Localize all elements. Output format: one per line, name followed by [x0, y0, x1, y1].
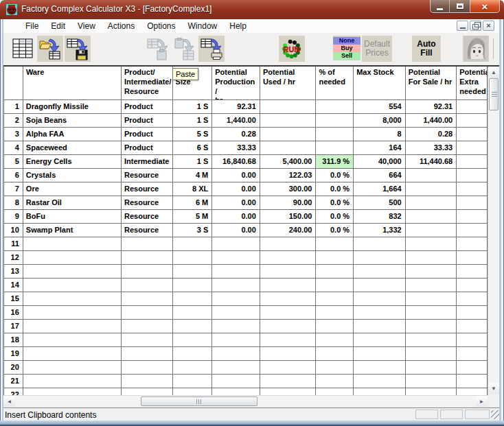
table-cell[interactable]: 150.00: [260, 210, 317, 224]
paste-button[interactable]: [172, 36, 198, 62]
table-cell[interactable]: 0.00: [212, 224, 260, 237]
vertical-scrollbar-down-button[interactable]: ▼: [488, 383, 499, 394]
copy-button[interactable]: [145, 36, 171, 62]
table-cell[interactable]: [212, 388, 260, 395]
table-cell[interactable]: [354, 306, 406, 320]
table-cell[interactable]: [316, 306, 354, 320]
table-cell[interactable]: [354, 320, 406, 333]
table-cell[interactable]: 11,440.68: [406, 155, 457, 169]
table-cell[interactable]: 0.0 %: [316, 196, 354, 210]
table-cell[interactable]: [173, 237, 213, 251]
table-cell[interactable]: [173, 306, 213, 320]
table-cell[interactable]: [212, 320, 260, 333]
table-cell[interactable]: 5 M: [173, 210, 213, 224]
table-cell[interactable]: [23, 251, 122, 265]
table-cell[interactable]: [260, 237, 317, 251]
table-cell[interactable]: [406, 251, 457, 265]
table-cell[interactable]: Swamp Plant: [23, 224, 122, 237]
table-cell[interactable]: [260, 100, 317, 114]
table-cell[interactable]: [406, 196, 457, 210]
table-cell[interactable]: 40,000: [354, 155, 406, 169]
table-cell[interactable]: [316, 347, 354, 361]
table-cell[interactable]: [212, 361, 260, 375]
table-cell[interactable]: [406, 361, 457, 375]
table-cell[interactable]: [354, 292, 406, 306]
table-cell[interactable]: 6 S: [173, 141, 213, 155]
table-cell[interactable]: [457, 141, 488, 155]
table-cell[interactable]: Alpha FAA: [23, 128, 122, 141]
table-cell[interactable]: [457, 361, 488, 375]
table-cell[interactable]: Soja Beans: [23, 114, 122, 128]
table-cell[interactable]: [406, 388, 457, 395]
table-cell[interactable]: [173, 388, 213, 395]
table-cell[interactable]: [316, 388, 354, 395]
table-cell[interactable]: Intermediate: [122, 155, 173, 169]
table-cell[interactable]: 1 S: [173, 114, 213, 128]
table-cell[interactable]: [212, 265, 260, 279]
table-cell[interactable]: [173, 265, 213, 279]
table-cell[interactable]: [354, 237, 406, 251]
table-cell[interactable]: [457, 279, 488, 292]
table-cell[interactable]: 33.33: [406, 141, 457, 155]
table-cell[interactable]: [122, 375, 173, 388]
vertical-scrollbar[interactable]: ▲ ▼: [488, 67, 499, 395]
table-cell[interactable]: [457, 182, 488, 196]
save-button[interactable]: [65, 36, 91, 62]
table-cell[interactable]: [23, 333, 122, 347]
table-cell[interactable]: [23, 237, 122, 251]
table-cell[interactable]: 6 M: [173, 196, 213, 210]
table-cell[interactable]: 92.31: [212, 100, 260, 114]
table-cell[interactable]: [457, 320, 488, 333]
table-cell[interactable]: [122, 306, 173, 320]
table-cell[interactable]: [406, 265, 457, 279]
table-cell[interactable]: [212, 347, 260, 361]
table-cell[interactable]: Dragonfly Missile: [23, 100, 122, 114]
table-cell[interactable]: [406, 182, 457, 196]
table-cell[interactable]: [316, 333, 354, 347]
table-cell[interactable]: Rastar Oil: [23, 196, 122, 210]
table-cell[interactable]: 240.00: [260, 224, 317, 237]
table-cell[interactable]: Product: [122, 141, 173, 155]
horizontal-scrollbar-thumb[interactable]: [141, 397, 257, 406]
portrait-button[interactable]: [463, 36, 489, 62]
table-cell[interactable]: [316, 141, 354, 155]
horizontal-scrollbar-left-button[interactable]: ◄: [3, 396, 15, 407]
table-cell[interactable]: 90.00: [260, 196, 317, 210]
table-cell[interactable]: 164: [354, 141, 406, 155]
table-cell[interactable]: [406, 320, 457, 333]
table-cell[interactable]: [23, 320, 122, 333]
table-cell[interactable]: [212, 375, 260, 388]
table-cell[interactable]: [457, 114, 488, 128]
table-cell[interactable]: [212, 279, 260, 292]
table-cell[interactable]: [260, 320, 317, 333]
table-cell[interactable]: [457, 292, 488, 306]
table-cell[interactable]: [260, 279, 317, 292]
table-cell[interactable]: 8,000: [354, 114, 406, 128]
table-cell[interactable]: [23, 306, 122, 320]
table-cell[interactable]: 33.33: [212, 141, 260, 155]
mdi-restore-button[interactable]: [470, 21, 481, 31]
table-cell[interactable]: [457, 251, 488, 265]
table-cell[interactable]: [316, 320, 354, 333]
table-cell[interactable]: [316, 114, 354, 128]
table-cell[interactable]: Product: [122, 114, 173, 128]
open-button[interactable]: [37, 36, 63, 62]
table-cell[interactable]: [406, 375, 457, 388]
auto-fill-button[interactable]: Auto Fill: [412, 36, 441, 62]
menu-item-file[interactable]: File: [19, 21, 45, 32]
table-cell[interactable]: [406, 347, 457, 361]
table-cell[interactable]: [122, 292, 173, 306]
app-icon[interactable]: [6, 4, 17, 15]
menu-item-actions[interactable]: Actions: [102, 21, 141, 32]
table-cell[interactable]: [173, 292, 213, 306]
table-cell[interactable]: [260, 141, 317, 155]
table-cell[interactable]: 311.9 %: [316, 155, 354, 169]
table-cell[interactable]: [457, 128, 488, 141]
table-cell[interactable]: 0.00: [212, 182, 260, 196]
table-cell[interactable]: 1,332: [354, 224, 406, 237]
table-cell[interactable]: [260, 361, 317, 375]
table-cell[interactable]: [406, 224, 457, 237]
horizontal-scrollbar-right-button[interactable]: ►: [476, 396, 488, 407]
table-cell[interactable]: Crystals: [23, 169, 122, 182]
table-cell[interactable]: [23, 388, 122, 395]
